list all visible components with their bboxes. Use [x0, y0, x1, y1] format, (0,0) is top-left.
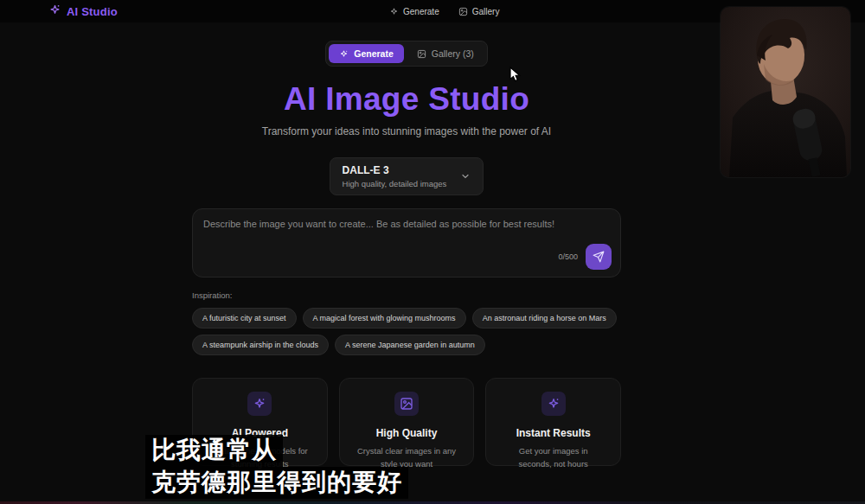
gallery-icon	[417, 49, 426, 59]
feature-icon-box	[394, 392, 419, 416]
model-info: DALL-E 3 High quality, detailed images	[343, 164, 447, 188]
page-title: AI Image Studio	[192, 81, 621, 118]
view-tabs: Generate Gallery (3)	[325, 41, 488, 67]
prompt-input[interactable]	[203, 219, 610, 253]
tab-gallery-label: Gallery (3)	[432, 48, 474, 59]
model-name: DALL-E 3	[343, 164, 447, 176]
nav-link-generate[interactable]: Generate	[389, 7, 439, 16]
feature-card-instant-results: Instant Results Get your images in secon…	[485, 378, 621, 466]
tab-generate-label: Generate	[354, 48, 394, 59]
sparkles-icon	[339, 49, 349, 59]
webcam-overlay	[721, 7, 850, 177]
feature-icon-box	[247, 392, 272, 416]
nav-generate-label: Generate	[403, 7, 439, 16]
inspiration-chip[interactable]: A magical forest with glowing mushrooms	[303, 308, 466, 329]
nav-link-gallery[interactable]: Gallery	[458, 7, 500, 16]
tab-gallery[interactable]: Gallery (3)	[407, 44, 484, 63]
sparkles-logo-icon	[48, 3, 61, 20]
brand[interactable]: AI Studio	[48, 3, 118, 20]
chevron-down-icon	[460, 171, 471, 182]
sparkle-icon	[389, 7, 399, 16]
char-counter: 0/500	[558, 252, 578, 261]
inspiration-section: Inspiration: A futuristic city at sunset…	[192, 290, 621, 355]
inspiration-chip[interactable]: An astronaut riding a horse on Mars	[472, 308, 617, 329]
brand-name: AI Studio	[67, 5, 118, 18]
video-subtitles: 比我通常从 克劳德那里得到的要好	[145, 435, 408, 499]
sparkles-icon	[547, 397, 561, 411]
model-selector[interactable]: DALL-E 3 High quality, detailed images	[330, 157, 484, 195]
gallery-icon	[458, 7, 468, 16]
inspiration-chip[interactable]: A futuristic city at sunset	[192, 308, 297, 329]
inspiration-chip[interactable]: A serene Japanese garden in autumn	[335, 335, 485, 355]
nav-gallery-label: Gallery	[472, 7, 500, 16]
prompt-footer: 0/500	[558, 244, 612, 270]
presenter-video	[721, 7, 850, 177]
subtitle-line: 比我通常从	[145, 435, 283, 467]
inspiration-chip[interactable]: A steampunk airship in the clouds	[192, 335, 329, 355]
prompt-card: 0/500	[192, 208, 621, 278]
subtitle-line: 克劳德那里得到的要好	[145, 467, 408, 499]
model-description: High quality, detailed images	[343, 179, 447, 188]
main-content: Generate Gallery (3) AI Image Studio Tra…	[192, 41, 621, 466]
image-icon	[400, 397, 413, 411]
inspiration-chips: A futuristic city at sunset A magical fo…	[192, 308, 621, 355]
feature-description: Get your images in seconds, not hours	[498, 445, 608, 470]
inspiration-label: Inspiration:	[192, 290, 621, 300]
nav-links: Generate Gallery	[389, 0, 499, 22]
sparkles-icon	[253, 397, 266, 411]
generate-submit-button[interactable]	[586, 244, 612, 270]
page-subtitle: Transform your ideas into stunning image…	[192, 125, 621, 137]
feature-icon-box	[541, 392, 566, 416]
tab-generate[interactable]: Generate	[329, 44, 404, 63]
send-icon	[593, 251, 605, 263]
feature-title: Instant Results	[498, 427, 608, 439]
